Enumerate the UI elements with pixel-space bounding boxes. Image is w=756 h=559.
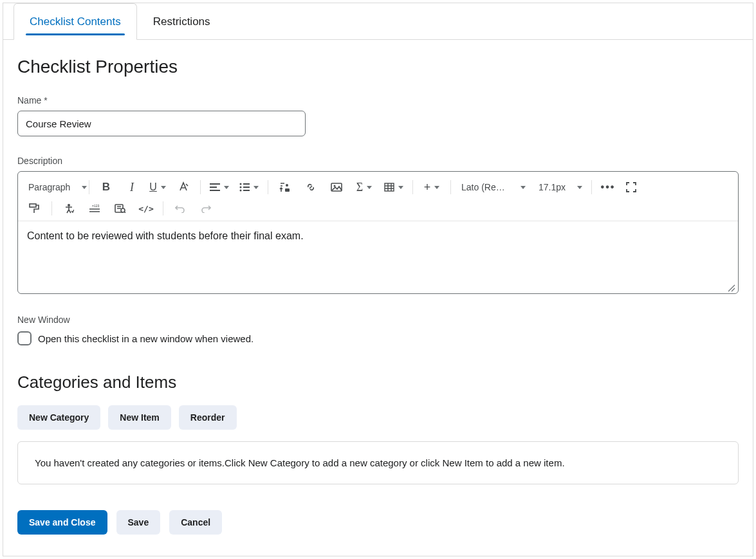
chevron-down-icon	[577, 186, 582, 189]
separator	[268, 180, 268, 194]
svg-rect-18	[30, 204, 36, 207]
underline-button[interactable]: U	[145, 177, 171, 197]
name-label: Name *	[17, 95, 739, 105]
button-label: Save and Close	[29, 517, 96, 527]
font-size-select[interactable]: 17.1px	[532, 177, 587, 197]
tab-bar: Checklist Contents Restrictions	[3, 3, 753, 40]
svg-line-29	[732, 288, 735, 291]
button-label: New Item	[120, 412, 159, 423]
resize-handle-icon[interactable]	[726, 283, 735, 292]
new-window-checkbox[interactable]	[17, 331, 32, 345]
table-button[interactable]	[379, 177, 409, 197]
editor-textarea[interactable]: Content to be reviewed with students bef…	[18, 221, 738, 293]
separator	[450, 180, 451, 194]
new-item-button[interactable]: New Item	[108, 405, 171, 430]
accessibility-checker-button[interactable]	[56, 198, 82, 219]
select-label: Lato (Recomm…	[461, 182, 509, 192]
separator	[412, 180, 413, 194]
word-count-button[interactable]: =123	[82, 198, 107, 219]
chevron-down-icon	[224, 186, 229, 189]
footer-buttons: Save and Close Save Cancel	[17, 510, 739, 535]
tab-restrictions[interactable]: Restrictions	[137, 3, 226, 39]
align-button[interactable]	[205, 177, 234, 197]
description-label: Description	[17, 156, 739, 166]
svg-point-5	[240, 190, 242, 192]
font-color-button[interactable]	[171, 177, 196, 197]
button-label: Save	[128, 517, 149, 527]
page-container: Checklist Contents Restrictions Checklis…	[3, 3, 753, 556]
separator	[89, 180, 89, 194]
list-button[interactable]	[234, 177, 264, 197]
separator	[163, 201, 163, 215]
new-window-label: New Window	[17, 315, 739, 325]
fullscreen-button[interactable]	[620, 177, 642, 197]
svg-line-28	[728, 285, 735, 291]
new-window-text: Open this checklist in a new window when…	[38, 333, 254, 344]
image-button[interactable]	[324, 177, 349, 197]
separator	[200, 180, 201, 194]
chevron-down-icon	[521, 186, 526, 189]
redo-button[interactable]	[193, 198, 219, 219]
button-label: Cancel	[181, 517, 210, 527]
link-button[interactable]	[298, 177, 324, 197]
svg-line-27	[124, 212, 125, 213]
editor-content: Content to be reviewed with students bef…	[27, 230, 304, 241]
ellipsis-icon: •••	[601, 181, 616, 193]
svg-rect-10	[285, 188, 290, 192]
tab-checklist-contents[interactable]: Checklist Contents	[14, 3, 137, 40]
new-category-button[interactable]: New Category	[17, 405, 100, 430]
cancel-button[interactable]: Cancel	[169, 510, 222, 535]
empty-state-text: You haven't created any categories or it…	[35, 457, 565, 468]
svg-point-4	[240, 187, 242, 188]
tab-content: Checklist Properties Name * Description …	[3, 40, 753, 547]
name-input[interactable]	[17, 111, 306, 136]
chevron-down-icon	[367, 186, 372, 189]
more-actions-button[interactable]: •••	[596, 177, 620, 197]
italic-button[interactable]: I	[119, 177, 145, 197]
button-label: Reorder	[190, 412, 225, 423]
insert-more-button[interactable]: +	[417, 177, 447, 197]
svg-point-9	[286, 184, 288, 187]
font-family-select[interactable]: Lato (Recomm…	[455, 177, 532, 197]
editor-toolbar: Paragraph B I U	[18, 172, 738, 221]
categories-heading: Categories and Items	[17, 372, 739, 392]
new-window-row: Open this checklist in a new window when…	[17, 331, 739, 345]
bold-button[interactable]: B	[93, 177, 119, 197]
page-title: Checklist Properties	[17, 57, 739, 77]
chevron-down-icon	[82, 186, 87, 189]
rich-text-editor: Paragraph B I U	[17, 171, 739, 294]
reorder-button[interactable]: Reorder	[179, 405, 237, 430]
tab-label: Restrictions	[153, 15, 210, 28]
paragraph-style-select[interactable]: Paragraph	[22, 177, 85, 197]
tab-label: Checklist Contents	[30, 15, 121, 28]
chevron-down-icon	[398, 186, 403, 189]
preview-button[interactable]	[107, 198, 133, 219]
chevron-down-icon	[434, 186, 439, 189]
empty-state-message: You haven't created any categories or it…	[17, 441, 739, 484]
chevron-down-icon	[254, 186, 259, 189]
svg-rect-13	[385, 183, 394, 191]
source-code-button[interactable]: </>	[133, 198, 159, 219]
category-buttons: New Category New Item Reorder	[17, 405, 739, 430]
svg-text:=123: =123	[92, 204, 99, 208]
save-button[interactable]: Save	[116, 510, 161, 535]
svg-point-3	[240, 183, 242, 185]
svg-point-19	[68, 204, 70, 206]
select-label: 17.1px	[539, 182, 566, 192]
toolbar-row-1: Paragraph B I U	[22, 176, 734, 199]
format-painter-button[interactable]	[22, 198, 48, 219]
toolbar-row-2: =123 </>	[22, 199, 734, 221]
insert-stuff-button[interactable]	[272, 177, 298, 197]
select-label: Paragraph	[28, 182, 70, 192]
separator	[51, 201, 52, 215]
chevron-down-icon	[161, 186, 166, 189]
save-and-close-button[interactable]: Save and Close	[17, 510, 107, 535]
separator	[591, 180, 592, 194]
equation-button[interactable]: Σ	[349, 177, 379, 197]
button-label: New Category	[29, 412, 89, 423]
undo-button[interactable]	[167, 198, 193, 219]
